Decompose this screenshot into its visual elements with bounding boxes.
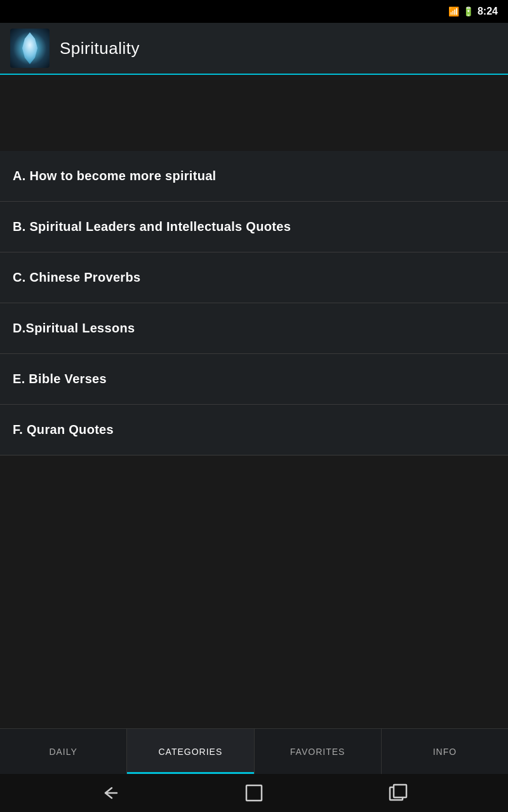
category-label-d: D.Spiritual Lessons	[13, 321, 135, 336]
category-item-c[interactable]: C. Chinese Proverbs	[0, 252, 508, 303]
battery-icon: 🔋	[463, 6, 474, 16]
app-bar: Spirituality	[0, 23, 508, 75]
category-item-e[interactable]: E. Bible Verses	[0, 354, 508, 405]
tab-info[interactable]: INFO	[382, 729, 508, 774]
tab-categories[interactable]: CATEGORIES	[127, 729, 253, 774]
category-item-b[interactable]: B. Spiritual Leaders and Intellectuals Q…	[0, 202, 508, 252]
tab-info-label: INFO	[433, 747, 457, 757]
category-label-a: A. How to become more spiritual	[13, 169, 216, 183]
tab-categories-label: CATEGORIES	[158, 747, 222, 757]
tab-favorites[interactable]: FAVORITES	[255, 729, 381, 774]
status-icons: 📶 🔋 8:24	[448, 6, 498, 17]
recents-icon	[388, 783, 408, 803]
app-logo-inner	[17, 32, 43, 64]
status-bar: 📶 🔋 8:24	[0, 0, 508, 23]
category-label-f: F. Quran Quotes	[13, 422, 114, 437]
category-label-c: C. Chinese Proverbs	[13, 270, 140, 285]
category-label-e: E. Bible Verses	[13, 372, 107, 386]
tab-favorites-label: FAVORITES	[290, 747, 345, 757]
main-content: A. How to become more spiritual B. Spiri…	[0, 75, 508, 728]
nav-home-button[interactable]	[238, 780, 270, 806]
tab-daily-label: DAILY	[49, 747, 77, 757]
bottom-tab-bar: DAILY CATEGORIES FAVORITES INFO	[0, 728, 508, 774]
wifi-icon: 📶	[448, 6, 459, 16]
tab-daily[interactable]: DAILY	[0, 729, 126, 774]
svg-rect-1	[246, 785, 262, 801]
nav-back-button[interactable]	[94, 780, 126, 806]
nav-recents-button[interactable]	[382, 780, 414, 806]
category-list: A. How to become more spiritual B. Spiri…	[0, 151, 508, 455]
category-label-b: B. Spiritual Leaders and Intellectuals Q…	[13, 219, 291, 234]
home-icon	[244, 783, 264, 803]
banner-area	[0, 75, 508, 151]
status-time: 8:24	[478, 6, 498, 17]
back-icon	[100, 785, 119, 801]
category-item-a[interactable]: A. How to become more spiritual	[0, 151, 508, 202]
category-item-d[interactable]: D.Spiritual Lessons	[0, 303, 508, 354]
app-title: Spirituality	[60, 39, 140, 58]
svg-rect-3	[394, 785, 406, 797]
nav-bar	[0, 774, 508, 812]
category-item-f[interactable]: F. Quran Quotes	[0, 405, 508, 455]
app-logo	[10, 29, 50, 68]
